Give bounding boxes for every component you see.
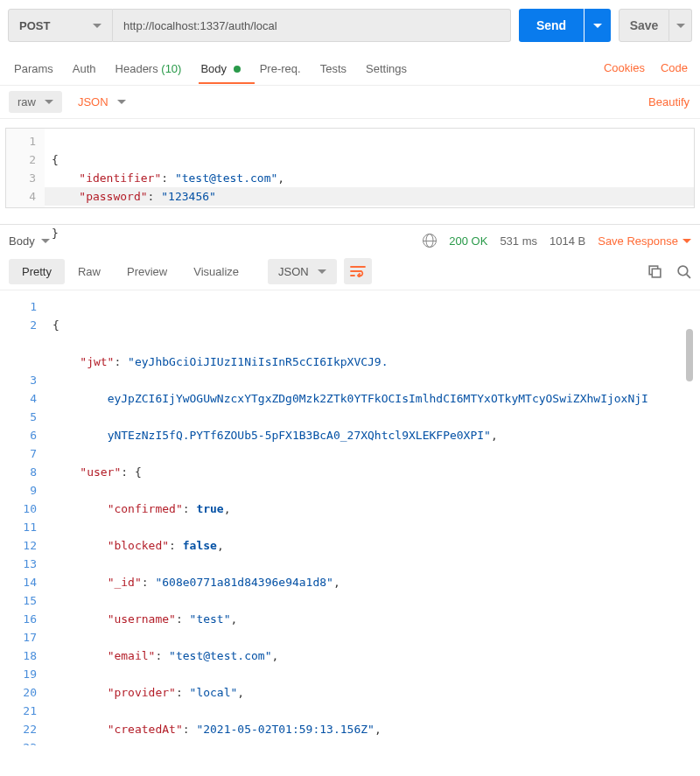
send-button[interactable]: Send [519, 9, 584, 42]
svg-point-2 [678, 266, 688, 276]
globe-icon[interactable] [423, 234, 437, 248]
tab-params[interactable]: Params [12, 53, 55, 83]
caret-down-icon [93, 24, 102, 28]
wrap-lines-button[interactable] [344, 258, 372, 284]
response-format-select[interactable]: JSON [268, 259, 337, 284]
code-area[interactable]: { "jwt": "eyJhbGciOiJIUzI1NiIsInR5cCI6Ik… [47, 294, 695, 745]
tab-pretty[interactable]: Pretty [9, 259, 65, 284]
request-row: POST Send Save [0, 0, 700, 51]
response-body-select[interactable]: Body [9, 234, 50, 248]
tab-auth[interactable]: Auth [71, 53, 98, 83]
tab-headers[interactable]: Headers (10) [114, 53, 184, 83]
method-select[interactable]: POST [8, 9, 113, 42]
tab-settings[interactable]: Settings [364, 53, 409, 83]
caret-down-icon [117, 100, 126, 104]
response-size: 1014 B [550, 234, 585, 248]
tab-raw[interactable]: Raw [65, 259, 114, 284]
beautify-link[interactable]: Beautify [648, 95, 691, 108]
tab-preview[interactable]: Preview [114, 259, 180, 284]
request-tabs: Params Auth Headers (10) Body Pre-req. T… [0, 51, 700, 86]
tabs-right: Cookies Code [604, 61, 688, 74]
body-options: raw JSON Beautify [0, 86, 700, 119]
response-time: 531 ms [500, 234, 537, 248]
caret-down-icon [593, 24, 602, 28]
tab-tests[interactable]: Tests [318, 53, 348, 83]
unsaved-dot-icon [234, 66, 241, 73]
tab-body[interactable]: Body [199, 53, 242, 83]
caret-down-icon [318, 269, 326, 274]
save-button[interactable]: Save [619, 9, 669, 42]
wrap-icon [350, 265, 366, 277]
caret-down-icon [41, 239, 50, 243]
method-label: POST [19, 19, 50, 32]
svg-rect-1 [652, 269, 661, 277]
request-body-editor[interactable]: 1234 { "identifier": "test@test.com", "p… [5, 128, 695, 208]
svg-line-3 [687, 274, 690, 277]
body-type-select[interactable]: raw [9, 91, 62, 113]
save-response-button[interactable]: Save Response [598, 234, 691, 248]
cookies-link[interactable]: Cookies [604, 61, 645, 74]
copy-icon[interactable] [648, 264, 662, 279]
send-group: Send [519, 9, 611, 42]
code-area[interactable]: { "identifier": "test@test.com", "passwo… [45, 129, 694, 207]
code-link[interactable]: Code [661, 61, 688, 74]
url-input[interactable] [113, 9, 511, 42]
search-icon[interactable] [676, 264, 691, 279]
tab-visualize[interactable]: Visualize [180, 259, 252, 284]
response-body-editor[interactable]: 12 34567891011121314151617181920212223 {… [5, 290, 695, 745]
body-lang-select[interactable]: JSON [71, 91, 133, 113]
line-gutter: 12 34567891011121314151617181920212223 [5, 294, 47, 745]
status-code: 200 OK [449, 234, 487, 248]
line-gutter: 1234 [6, 129, 45, 207]
caret-down-icon [45, 100, 53, 104]
save-group: Save [619, 9, 692, 42]
caret-down-icon [682, 239, 691, 243]
scrollbar[interactable] [686, 329, 693, 381]
send-dropdown[interactable] [584, 9, 611, 42]
caret-down-icon [676, 24, 685, 28]
save-dropdown[interactable] [669, 9, 692, 42]
tab-prereq[interactable]: Pre-req. [258, 53, 303, 83]
response-view-tabs: Pretty Raw Preview Visualize JSON [0, 253, 700, 290]
